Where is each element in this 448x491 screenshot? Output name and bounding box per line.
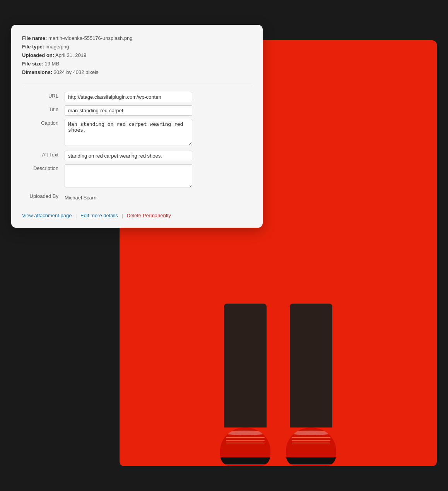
attachment-info-panel: File name: martin-widenka-555176-unsplas…: [11, 25, 263, 228]
title-field: [65, 104, 252, 117]
file-name-row: File name: martin-widenka-555176-unsplas…: [22, 34, 252, 43]
separator-1: |: [75, 213, 77, 218]
attachment-form: URL Title Caption Man standing on red ca…: [22, 90, 252, 205]
title-input[interactable]: [65, 105, 192, 116]
description-field: [65, 163, 252, 191]
file-size-label: File size:: [22, 61, 43, 67]
view-attachment-link[interactable]: View attachment page: [22, 213, 72, 218]
url-row: URL: [22, 90, 252, 104]
right-leg: [286, 304, 336, 466]
alt-text-field: [65, 149, 252, 163]
dimensions-row: Dimensions: 3024 by 4032 pixels: [22, 68, 252, 77]
file-type-label: File type:: [22, 44, 44, 50]
dimensions-label: Dimensions:: [22, 69, 52, 75]
caption-field: Man standing on red carpet wearing red s…: [65, 117, 252, 149]
title-label: Title: [22, 104, 65, 117]
url-label: URL: [22, 90, 65, 104]
actions-row: View attachment page | Edit more details…: [22, 213, 252, 218]
file-name-label: File name:: [22, 35, 47, 41]
uploaded-on-value: April 21, 2019: [55, 52, 86, 58]
file-metadata: File name: martin-widenka-555176-unsplas…: [22, 34, 252, 77]
uploaded-by-value: Michael Scarn: [65, 192, 96, 203]
uploaded-by-row: Uploaded By Michael Scarn: [22, 191, 252, 205]
description-input[interactable]: [65, 164, 192, 187]
dimensions-value: 3024 by 4032 pixels: [54, 69, 99, 75]
file-name-value: martin-widenka-555176-unsplash.png: [48, 35, 133, 41]
uploaded-by-field: Michael Scarn: [65, 191, 252, 205]
title-row: Title: [22, 104, 252, 117]
edit-more-details-link[interactable]: Edit more details: [80, 213, 118, 218]
uploaded-on-label: Uploaded on:: [22, 52, 54, 58]
alt-text-row: Alt Text: [22, 149, 252, 163]
description-label: Description: [22, 163, 65, 191]
delete-permanently-link[interactable]: Delete Permanently: [127, 213, 171, 218]
description-row: Description: [22, 163, 252, 191]
file-type-row: File type: image/png: [22, 43, 252, 51]
file-type-value: image/png: [46, 44, 69, 50]
divider: [22, 84, 252, 84]
separator-2: |: [122, 213, 123, 218]
caption-row: Caption Man standing on red carpet weari…: [22, 117, 252, 149]
uploaded-on-row: Uploaded on: April 21, 2019: [22, 51, 252, 60]
file-size-value: 19 MB: [45, 61, 60, 67]
alt-text-input[interactable]: [65, 151, 192, 161]
url-field: [65, 90, 252, 104]
caption-input[interactable]: Man standing on red carpet wearing red s…: [65, 119, 192, 146]
uploaded-by-label: Uploaded By: [22, 191, 65, 205]
url-input[interactable]: [65, 92, 192, 102]
caption-label: Caption: [22, 117, 65, 149]
alt-text-label: Alt Text: [22, 149, 65, 163]
left-leg: [220, 304, 270, 466]
file-size-row: File size: 19 MB: [22, 60, 252, 68]
